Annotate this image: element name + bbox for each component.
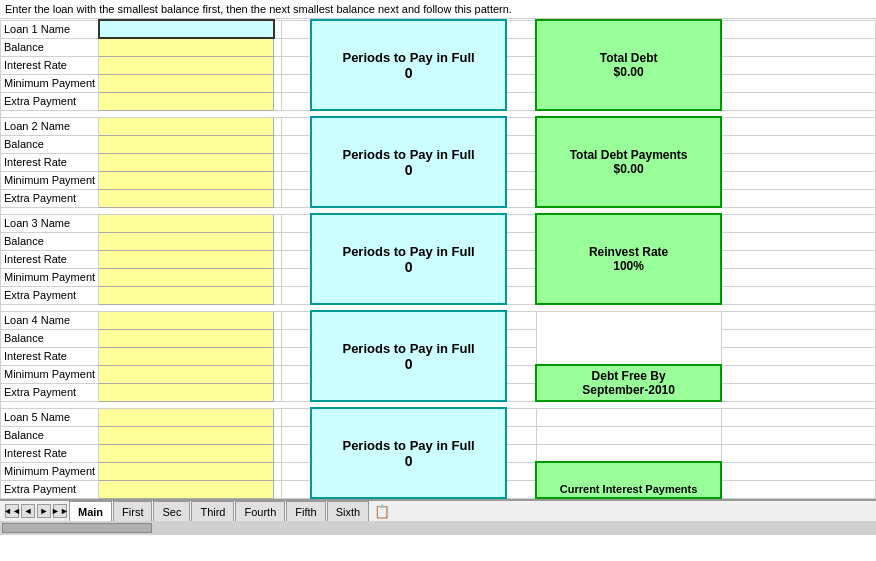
current-interest-label: Current Interest Payments — [540, 483, 717, 495]
loan3-extrapay-label: Extra Payment — [1, 286, 99, 304]
loan5-interest-input[interactable] — [99, 444, 274, 462]
loan5-minpay-label: Minimum Payment — [1, 462, 99, 480]
loan5-periods-value: 0 — [315, 453, 502, 469]
gap-row-2 — [1, 207, 876, 214]
main-spreadsheet: Loan 1 Name Periods to Pay in Full 0 Tot… — [0, 19, 876, 499]
tab-main[interactable]: Main — [69, 501, 112, 521]
current-interest-box: Current Interest Payments — [536, 462, 721, 498]
loan2-name-label: Loan 2 Name — [1, 117, 99, 135]
loan4-minpay-label: Minimum Payment — [1, 365, 99, 383]
loan4-name-input[interactable] — [99, 311, 274, 329]
loan4-periods-value: 0 — [315, 356, 502, 372]
loan3-balance-input[interactable] — [99, 232, 274, 250]
reinvest-box: Reinvest Rate 100% — [536, 214, 721, 304]
gap-row-1 — [1, 110, 876, 117]
debt-free-label: Debt Free By — [540, 369, 717, 383]
reinvest-value: 100% — [540, 259, 717, 273]
loan2-minpay-input[interactable] — [99, 171, 274, 189]
loan2-interest-label: Interest Rate — [1, 153, 99, 171]
loan1-extrapay-label: Extra Payment — [1, 92, 99, 110]
loan5-name-label: Loan 5 Name — [1, 408, 99, 426]
loan3-name-input[interactable] — [99, 214, 274, 232]
loan3-extrapay-input[interactable] — [99, 286, 274, 304]
tab-sheet-icon: 📋 — [374, 504, 390, 519]
loan1-interest-label: Interest Rate — [1, 56, 99, 74]
loan3-minpay-input[interactable] — [99, 268, 274, 286]
loan3-periods-box: Periods to Pay in Full 0 — [311, 214, 506, 304]
loan1-periods-value: 0 — [315, 65, 502, 81]
total-payments-box: Total Debt Payments $0.00 — [536, 117, 721, 207]
loan5-balance-label: Balance — [1, 426, 99, 444]
loan3-interest-input[interactable] — [99, 250, 274, 268]
horizontal-scrollbar[interactable] — [0, 521, 876, 535]
loan4-interest-input[interactable] — [99, 347, 274, 365]
loan1-name-input[interactable] — [99, 20, 274, 38]
loan5-name-input[interactable] — [99, 408, 274, 426]
empty-summary-3 — [536, 311, 721, 365]
gap-row-3 — [1, 304, 876, 311]
loan1-name-row: Loan 1 Name Periods to Pay in Full 0 Tot… — [1, 20, 876, 38]
loan4-name-row: Loan 4 Name Periods to Pay in Full 0 — [1, 311, 876, 329]
loan2-name-input[interactable] — [99, 117, 274, 135]
loan4-interest-label: Interest Rate — [1, 347, 99, 365]
debt-free-box: Debt Free By September-2010 — [536, 365, 721, 401]
total-payments-value: $0.00 — [540, 162, 717, 176]
loan5-extrapay-input[interactable] — [99, 480, 274, 498]
loan2-periods-label: Periods to Pay in Full — [315, 147, 502, 162]
loan1-extrapay-input[interactable] — [99, 92, 274, 110]
loan5-balance-input[interactable] — [99, 426, 274, 444]
loan4-balance-input[interactable] — [99, 329, 274, 347]
loan4-name-label: Loan 4 Name — [1, 311, 99, 329]
total-debt-value: $0.00 — [540, 65, 717, 79]
loan2-name-row: Loan 2 Name Periods to Pay in Full 0 Tot… — [1, 117, 876, 135]
tab-first[interactable]: First — [113, 501, 152, 521]
tab-nav-next[interactable]: ► — [37, 504, 51, 518]
loan5-extrapay-label: Extra Payment — [1, 480, 99, 498]
loan5-minpay-input[interactable] — [99, 462, 274, 480]
loan1-interest-input[interactable] — [99, 56, 274, 74]
loan1-minpay-label: Minimum Payment — [1, 74, 99, 92]
loan1-minpay-input[interactable] — [99, 74, 274, 92]
loan5-interest-label: Interest Rate — [1, 444, 99, 462]
tab-nav-last[interactable]: ►► — [53, 504, 67, 518]
loan5-periods-label: Periods to Pay in Full — [315, 438, 502, 453]
loan4-balance-label: Balance — [1, 329, 99, 347]
tab-nav-first[interactable]: ◄◄ — [5, 504, 19, 518]
scroll-thumb[interactable] — [2, 523, 152, 533]
loan4-periods-box: Periods to Pay in Full 0 — [311, 311, 506, 401]
loan3-balance-label: Balance — [1, 232, 99, 250]
tab-bar: ◄◄ ◄ ► ►► Main First Sec Third Fourth Fi… — [0, 499, 876, 521]
gap-row-4 — [1, 401, 876, 408]
loan3-name-label: Loan 3 Name — [1, 214, 99, 232]
loan3-name-row: Loan 3 Name Periods to Pay in Full 0 Rei… — [1, 214, 876, 232]
tab-fourth[interactable]: Fourth — [235, 501, 285, 521]
loan1-name-label: Loan 1 Name — [1, 20, 99, 38]
top-instruction: Enter the loan with the smallest balance… — [0, 0, 876, 19]
loan2-minpay-label: Minimum Payment — [1, 171, 99, 189]
tab-sixth[interactable]: Sixth — [327, 501, 369, 521]
loan2-extrapay-input[interactable] — [99, 189, 274, 207]
total-debt-label: Total Debt — [540, 51, 717, 65]
total-debt-box: Total Debt $0.00 — [536, 20, 721, 110]
debt-free-value: September-2010 — [540, 383, 717, 397]
loan4-minpay-input[interactable] — [99, 365, 274, 383]
tab-fifth[interactable]: Fifth — [286, 501, 325, 521]
loan1-balance-input[interactable] — [99, 38, 274, 56]
loan2-balance-input[interactable] — [99, 135, 274, 153]
loan1-balance-label: Balance — [1, 38, 99, 56]
loan4-extrapay-label: Extra Payment — [1, 383, 99, 401]
loan2-periods-value: 0 — [315, 162, 502, 178]
total-payments-label: Total Debt Payments — [540, 148, 717, 162]
loan2-periods-box: Periods to Pay in Full 0 — [311, 117, 506, 207]
loan4-extrapay-input[interactable] — [99, 383, 274, 401]
tab-third[interactable]: Third — [191, 501, 234, 521]
loan2-interest-input[interactable] — [99, 153, 274, 171]
tab-sec[interactable]: Sec — [153, 501, 190, 521]
loan3-periods-value: 0 — [315, 259, 502, 275]
loan3-minpay-label: Minimum Payment — [1, 268, 99, 286]
loan5-periods-box: Periods to Pay in Full 0 — [311, 408, 506, 498]
loan1-periods-box: Periods to Pay in Full 0 — [311, 20, 506, 110]
reinvest-label: Reinvest Rate — [540, 245, 717, 259]
tab-nav-prev[interactable]: ◄ — [21, 504, 35, 518]
loan3-periods-label: Periods to Pay in Full — [315, 244, 502, 259]
